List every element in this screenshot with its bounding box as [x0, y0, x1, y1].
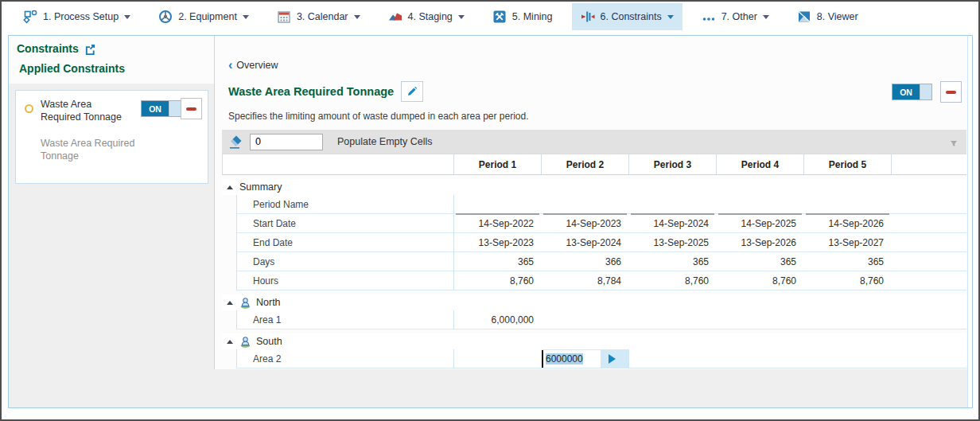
grid-cell[interactable] [804, 349, 892, 368]
constraint-card[interactable]: Waste Area Required Tonnage ON Waste Are… [15, 90, 208, 184]
grid-row-filler [892, 349, 966, 368]
grid-row: Hours8,7608,7848,7608,7608,760 [236, 271, 966, 290]
cell-editor-input[interactable]: 6000000 [542, 350, 601, 368]
grid-cell[interactable]: 13-Sep-2025 [629, 233, 717, 251]
pencil-icon [406, 86, 418, 97]
grid-cell[interactable]: 365 [629, 252, 717, 271]
external-link-icon[interactable] [84, 43, 96, 55]
toggle-on-label: ON [142, 101, 169, 116]
grid-cell[interactable]: 8,760 [717, 271, 804, 290]
grid-cell[interactable] [629, 195, 717, 213]
grid-cell[interactable] [454, 195, 542, 213]
tab-label: 3. Calendar [297, 11, 348, 22]
main-panel: ‹ Overview Waste Area Required Tonnage O… [215, 36, 972, 407]
collapse-icon[interactable] [227, 340, 233, 344]
populate-value-input[interactable] [250, 134, 323, 150]
tab-calendar[interactable]: 3. Calendar [268, 3, 369, 30]
minus-icon [186, 107, 196, 111]
grid-row: Start Date14-Sep-202214-Sep-202314-Sep-2… [236, 214, 966, 233]
constraint-description: Specifies the limiting amount of waste d… [228, 111, 529, 122]
grid-cell[interactable] [804, 195, 892, 213]
grid-cell[interactable]: 8,760 [629, 271, 717, 290]
tab-mining[interactable]: 5. Mining [484, 3, 562, 30]
selected-text: 6000000 [546, 353, 583, 364]
grid-cell[interactable] [542, 310, 629, 329]
calendar-icon [277, 10, 291, 24]
grid-cell[interactable] [717, 310, 804, 329]
grid-row-filler [892, 271, 966, 290]
tab-staging[interactable]: 4. Staging [379, 3, 473, 30]
grid-cell[interactable]: 13-Sep-2027 [804, 233, 892, 251]
group-row[interactable]: Summary [222, 179, 966, 195]
grid-cell[interactable]: 14-Sep-2023 [542, 214, 629, 232]
remove-constraint-button-main[interactable] [940, 81, 962, 103]
tab-label: 4. Staging [408, 11, 453, 22]
grid-cell[interactable]: 14-Sep-2022 [454, 214, 542, 232]
chevron-down-icon [458, 15, 465, 19]
grid-cell[interactable]: 14-Sep-2026 [804, 214, 892, 232]
column-header[interactable]: Period 5 [804, 154, 892, 174]
grid-row-filler [892, 214, 966, 232]
grid-cell[interactable] [542, 195, 629, 213]
back-link[interactable]: ‹ Overview [228, 60, 278, 71]
collapse-icon[interactable] [227, 301, 233, 305]
row-label: Days [236, 252, 454, 271]
grid-cell[interactable]: 13-Sep-2024 [542, 233, 629, 251]
column-header[interactable]: Period 2 [542, 154, 629, 174]
tab-label: 8. Viewer [817, 11, 858, 22]
grid-cell[interactable] [629, 349, 717, 368]
collapse-icon[interactable] [227, 185, 233, 189]
group-row[interactable]: North [222, 294, 966, 310]
grid-cell[interactable]: 8,760 [804, 271, 892, 290]
grid-cell[interactable]: 8,784 [542, 271, 629, 290]
staging-icon [388, 10, 402, 24]
grid-cell[interactable] [629, 310, 717, 329]
grid-cell[interactable] [454, 349, 542, 368]
grid-cell[interactable]: 14-Sep-2025 [717, 214, 804, 232]
tab-constraints[interactable]: 6. Constraints [572, 3, 682, 30]
grid-cell[interactable]: 365 [804, 252, 892, 271]
vertical-scrollbar[interactable] [967, 36, 972, 407]
eraser-icon[interactable] [228, 134, 243, 149]
grid-cell-editing[interactable]: 6000000 [542, 349, 629, 368]
tab-process-setup[interactable]: 1. Process Setup [14, 3, 139, 30]
chevron-down-icon [763, 15, 769, 19]
constraints-icon [581, 10, 595, 24]
tab-label: 2. Equipment [178, 11, 237, 22]
remove-constraint-button[interactable] [181, 98, 202, 119]
equipment-icon [158, 10, 173, 24]
grid-cell[interactable]: 365 [717, 252, 804, 271]
pin-icon[interactable] [949, 137, 959, 146]
tab-label: 1. Process Setup [43, 11, 119, 22]
person-icon [239, 297, 251, 309]
grid-cell[interactable] [717, 349, 804, 368]
grid-cell[interactable]: 13-Sep-2023 [454, 233, 542, 251]
tab-other[interactable]: 7. Other [693, 3, 778, 30]
grid-cell[interactable]: 6,000,000 [454, 310, 542, 329]
apply-edit-button[interactable] [609, 354, 616, 364]
tab-label: 6. Constraints [601, 11, 662, 22]
grid-cell[interactable]: 366 [542, 252, 629, 271]
constraint-toggle[interactable]: ON [141, 100, 181, 117]
chevron-down-icon [354, 15, 360, 19]
grid-header-row: Period 1Period 2Period 3Period 4Period 5 [222, 154, 966, 175]
grid-cell[interactable]: 14-Sep-2024 [629, 214, 717, 232]
tab-label: 5. Mining [512, 11, 553, 22]
grid-cell[interactable]: 13-Sep-2026 [717, 233, 804, 251]
grid-cell[interactable] [804, 310, 892, 329]
grid-cell[interactable] [717, 195, 804, 213]
chevron-left-icon: ‹ [228, 60, 232, 70]
constraint-on-toggle[interactable]: ON [892, 84, 932, 100]
edit-title-button[interactable] [401, 81, 423, 102]
other-icon [702, 10, 716, 24]
tab-equipment[interactable]: 2. Equipment [150, 3, 258, 30]
tab-viewer[interactable]: 8. Viewer [788, 3, 867, 30]
column-header[interactable]: Period 4 [717, 154, 804, 174]
grid-row: End Date13-Sep-202313-Sep-202413-Sep-202… [236, 233, 966, 252]
column-header[interactable]: Period 1 [454, 154, 542, 174]
group-row[interactable]: South [222, 333, 966, 349]
grid-cell[interactable]: 8,760 [454, 271, 542, 290]
sidebar-title: Constraints [17, 42, 79, 55]
grid-cell[interactable]: 365 [454, 252, 542, 271]
column-header[interactable]: Period 3 [629, 154, 717, 174]
